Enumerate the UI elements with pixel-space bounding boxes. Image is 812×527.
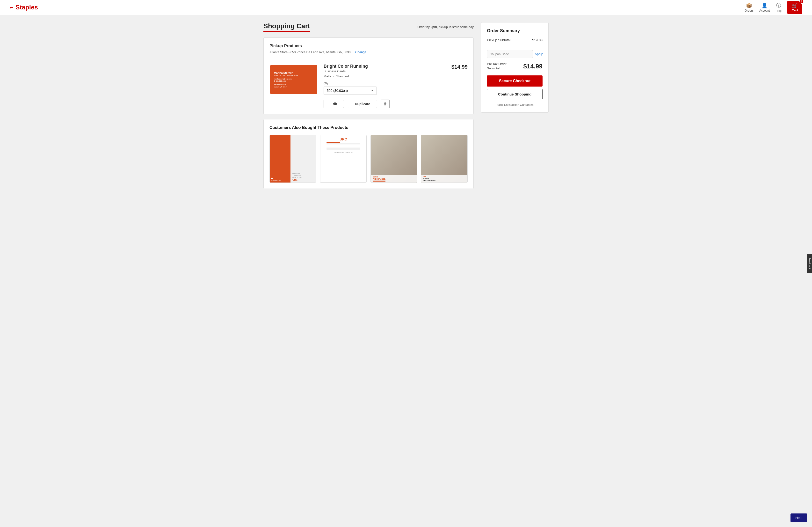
cart-card: Pickup Products Atlanta Store - 650 Ponc…	[263, 38, 474, 114]
order-summary: Order Summary Pickup Subtotal $14.99 App…	[481, 22, 549, 113]
order-info-suffix: , pickup in-store same day	[437, 25, 474, 29]
product-grid: ⬤ RUNNING CLINIC Headquarters T: 801-985…	[270, 135, 468, 183]
bc-phone: T: 801-985-9638	[274, 80, 314, 82]
apply-link[interactable]: Apply	[535, 52, 543, 56]
subtotal-value: $14.99	[532, 38, 542, 42]
letterhead-image: URC T: 801-985-5638 | Murray, UT	[320, 135, 366, 183]
product-price: $14.99	[448, 64, 468, 70]
orders-icon: 📦	[746, 3, 752, 9]
coupon-input[interactable]	[487, 50, 533, 58]
spec-dot: •	[333, 74, 334, 78]
bc-address1: 3949 Buck Drive	[274, 83, 314, 86]
trash-icon: 🗑	[383, 102, 387, 106]
nav-orders[interactable]: 📦 Orders	[744, 3, 754, 12]
account-icon: 👤	[762, 3, 768, 9]
also-bought-title: Customers Also Bought These Products	[270, 125, 468, 130]
product-type: Business Cards	[323, 69, 443, 73]
logo-icon: ⌐	[10, 4, 14, 11]
product-card-flyer: URC GOINGTHE DISTANCE. Bright Color Runn…	[421, 135, 468, 183]
bc-title: MARKETING DIRECTOR	[274, 74, 314, 77]
pickup-address: Atlanta Store - 650 Ponce De Leon Ave, A…	[270, 50, 352, 54]
nav-account[interactable]: 👤 Account	[759, 3, 770, 12]
help-icon: ⓘ	[776, 2, 781, 9]
delete-button[interactable]: 🗑	[381, 100, 390, 108]
page-title-row: Shopping Cart Order by 2pm, pickup in-st…	[263, 22, 474, 32]
duplicate-button[interactable]: Duplicate	[348, 100, 377, 108]
order-info-bold: 2pm	[431, 25, 437, 29]
orders-label: Orders	[744, 9, 754, 12]
edit-button[interactable]: Edit	[323, 100, 344, 108]
pickup-heading: Pickup Products	[270, 43, 468, 48]
order-summary-title: Order Summary	[487, 28, 542, 33]
product-name: Bright Color Running	[323, 64, 443, 69]
spec-standard: Standard	[336, 74, 349, 78]
brochure-left: ⬤ RUNNING CLINIC	[270, 135, 290, 183]
secure-checkout-button[interactable]: Secure Checkout	[487, 75, 542, 87]
header-nav: 📦 Orders 👤 Account ⓘ Help 1 🛒 Cart	[744, 1, 802, 14]
help-nav-label: Help	[775, 9, 782, 13]
product-card-letterhead: URC T: 801-985-5638 | Murray, UT	[320, 135, 367, 183]
order-info: Order by 2pm, pickup in-store same day	[417, 25, 474, 29]
cart-icon: 🛒	[792, 3, 798, 9]
logo[interactable]: ⌐ Staples	[10, 4, 38, 11]
also-bought-card: Customers Also Bought These Products ⬤ R…	[263, 119, 474, 189]
satisfaction-text: 100% Satisfaction Guarantee	[487, 103, 542, 106]
flyer-image: URC GOINGTHE DISTANCE.	[421, 135, 467, 183]
main-content: Shopping Cart Order by 2pm, pickup in-st…	[263, 22, 474, 189]
pickup-address-row: Atlanta Store - 650 Ponce De Leon Ave, A…	[270, 50, 468, 58]
cart-count: 1	[799, 0, 804, 4]
summary-total-row: Pre Tax Order Sub-total $14.99	[487, 62, 542, 71]
nav-help[interactable]: ⓘ Help	[775, 2, 782, 13]
product-card-postcard: GOINGTHE DISTANCE. Bright Color Running …	[371, 135, 417, 183]
coupon-row: Apply	[487, 50, 542, 58]
product-actions: Edit Duplicate 🗑	[323, 100, 443, 108]
subtotal-label: Pickup Subtotal	[487, 38, 510, 42]
change-link[interactable]: Change	[355, 50, 366, 54]
order-summary-card: Order Summary Pickup Subtotal $14.99 App…	[481, 22, 549, 113]
page-title: Shopping Cart	[263, 22, 310, 32]
spec-matte: Matte	[323, 74, 332, 78]
product-card-brochure: ⬤ RUNNING CLINIC Headquarters T: 801-985…	[270, 135, 316, 183]
cart-button[interactable]: 1 🛒 Cart	[787, 1, 802, 14]
summary-subtotal-row: Pickup Subtotal $14.99	[487, 38, 542, 42]
cart-label: Cart	[792, 9, 798, 12]
order-info-prefix: Order by	[417, 25, 431, 29]
qty-label: Qty	[323, 82, 443, 85]
bc-email: marthasterne@urc.com	[274, 78, 314, 80]
product-image-wrap: Martha Sterner MARKETING DIRECTOR martha…	[270, 64, 318, 95]
product-specs: Matte • Standard	[323, 74, 443, 78]
qty-select[interactable]: 500 ($0.03ea)	[323, 87, 377, 95]
brochure-right: Headquarters T: 801-985-5638 Murray, UT …	[290, 135, 316, 183]
product-row: Martha Sterner MARKETING DIRECTOR martha…	[270, 64, 468, 108]
brochure-image: ⬤ RUNNING CLINIC Headquarters T: 801-985…	[270, 135, 316, 183]
logo-text: Staples	[15, 4, 38, 11]
business-card-preview: Martha Sterner MARKETING DIRECTOR martha…	[270, 65, 317, 94]
summary-total-label: Pre Tax Order Sub-total	[487, 62, 507, 71]
header: ⌐ Staples 📦 Orders 👤 Account ⓘ Help 1 🛒 …	[0, 0, 812, 15]
page-container: Shopping Cart Order by 2pm, pickup in-st…	[251, 15, 561, 196]
bc-address2: Murray, UT 84107	[274, 86, 314, 88]
bc-name: Martha Sterner	[274, 71, 314, 74]
continue-shopping-button[interactable]: Continue Shopping	[487, 89, 542, 99]
postcard-image: GOINGTHE DISTANCE.	[371, 135, 417, 183]
summary-total-amount: $14.99	[523, 62, 542, 70]
account-label: Account	[759, 9, 770, 12]
product-details: Bright Color Running Business Cards Matt…	[323, 64, 443, 108]
